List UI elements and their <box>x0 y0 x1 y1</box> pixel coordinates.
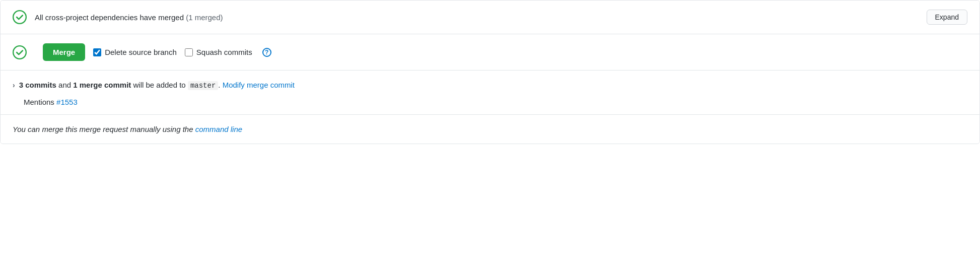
commits-count: 3 commits <box>19 81 56 89</box>
delete-branch-text: Delete source branch <box>105 48 177 56</box>
chevron-right-icon[interactable]: › <box>13 81 15 89</box>
dependencies-main-text: All cross-project dependencies have merg… <box>35 13 184 22</box>
commits-row: › 3 commits and 1 merge commit will be a… <box>1 71 979 115</box>
issue-number-link[interactable]: #1553 <box>56 98 78 106</box>
commits-summary: 3 commits and 1 merge commit will be add… <box>19 81 295 90</box>
dependencies-count-text: (1 merged) <box>186 13 223 22</box>
branch-name: master <box>188 81 218 90</box>
merge-row: Merge Delete source branch Squash commit… <box>1 34 979 71</box>
merge-commit-count: 1 merge commit <box>73 81 131 89</box>
expand-button[interactable]: Expand <box>927 10 967 25</box>
mentions-line: Mentions #1553 <box>13 98 967 106</box>
squash-commits-label[interactable]: Squash commits <box>185 48 252 56</box>
squash-help-icon[interactable]: ? <box>262 48 271 57</box>
modify-merge-commit-link[interactable]: Modify merge commit <box>223 81 295 89</box>
commits-info-line: › 3 commits and 1 merge commit will be a… <box>13 81 967 90</box>
delete-source-branch-checkbox[interactable] <box>93 48 101 56</box>
commandline-prefix: You can merge this merge request manuall… <box>13 125 193 133</box>
merge-check-icon <box>13 45 27 59</box>
will-be-added-text: will be added to <box>133 81 187 89</box>
commandline-row: You can merge this merge request manuall… <box>1 115 979 144</box>
mentions-label: Mentions <box>24 98 54 106</box>
squash-commits-checkbox[interactable] <box>185 48 193 56</box>
squash-commits-text: Squash commits <box>196 48 252 56</box>
svg-point-0 <box>13 11 26 24</box>
command-line-link[interactable]: command line <box>195 125 242 133</box>
dependencies-row: All cross-project dependencies have merg… <box>1 1 979 34</box>
svg-point-1 <box>13 46 26 59</box>
dependencies-text: All cross-project dependencies have merg… <box>35 13 927 22</box>
success-check-icon <box>13 10 27 24</box>
merge-button[interactable]: Merge <box>43 43 85 61</box>
commandline-text: You can merge this merge request manuall… <box>13 125 242 133</box>
delete-source-branch-label[interactable]: Delete source branch <box>93 48 177 56</box>
commits-and: and <box>58 81 71 89</box>
